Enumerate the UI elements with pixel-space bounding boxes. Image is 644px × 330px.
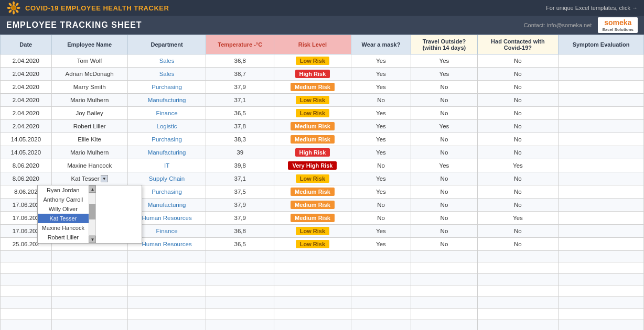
dropdown-item[interactable]: Kat Tesser xyxy=(38,214,89,223)
cell-temperature: 36,5 xyxy=(206,107,274,120)
cell-wear-mask: Yes xyxy=(351,68,411,81)
scroll-track xyxy=(89,193,96,236)
empty-cell xyxy=(411,274,478,285)
dropdown-item[interactable]: Willy Oliver xyxy=(38,204,89,214)
cell-symptom xyxy=(559,94,644,107)
empty-cell xyxy=(206,251,274,262)
cell-temperature: 37,1 xyxy=(206,172,274,185)
empty-cell xyxy=(206,285,274,297)
cell-employee-name[interactable]: Kat Tesser▼Ryan JordanAnthony CarrollWil… xyxy=(51,172,127,185)
scroll-down-button[interactable]: ▼ xyxy=(89,236,96,243)
contact-text: Contact: info@someka.net xyxy=(524,22,592,28)
cell-had-contact: No xyxy=(477,133,558,146)
empty-cell xyxy=(274,285,351,297)
cell-wear-mask: Yes xyxy=(351,107,411,120)
empty-cell xyxy=(477,285,558,297)
dropdown-cell: Kat Tesser▼ xyxy=(55,175,124,182)
cell-risk-level: Very High Risk xyxy=(274,159,351,172)
empty-cell xyxy=(274,297,351,309)
svg-point-7 xyxy=(15,3,19,7)
dropdown-scrollbar[interactable]: ▲▼ xyxy=(89,185,96,243)
cell-temperature: 36,8 xyxy=(206,225,274,238)
cell-symptom xyxy=(559,225,644,238)
department-text: IT xyxy=(164,162,169,169)
cell-had-contact: No xyxy=(477,81,558,94)
empty-cell xyxy=(351,274,411,285)
cell-symptom xyxy=(559,107,644,120)
empty-cell xyxy=(1,309,52,320)
sheet-title: EMPLOYEE TRACKING SHEET xyxy=(6,20,142,30)
scroll-up-button[interactable]: ▲ xyxy=(89,185,96,193)
dropdown-arrow-icon[interactable]: ▼ xyxy=(101,175,108,182)
cell-temperature: 36,5 xyxy=(206,238,274,251)
table-row: 2.04.2020Joy BaileyFinance36,5Low RiskYe… xyxy=(1,107,644,120)
cell-symptom xyxy=(559,81,644,94)
empty-cell xyxy=(274,262,351,274)
cell-date: 2.04.2020 xyxy=(1,81,52,94)
cell-travel-outside: No xyxy=(411,133,478,146)
risk-badge: Medium Risk xyxy=(291,214,335,222)
empty-cell xyxy=(351,285,411,297)
department-text: Purchasing xyxy=(152,84,182,90)
empty-row xyxy=(1,251,644,262)
cell-wear-mask: Yes xyxy=(351,146,411,159)
cell-had-contact: No xyxy=(477,54,558,68)
empty-cell xyxy=(206,309,274,320)
empty-row xyxy=(1,309,644,320)
cell-wear-mask: No xyxy=(351,159,411,172)
empty-row xyxy=(1,320,644,331)
empty-row xyxy=(1,297,644,309)
cell-date: 8.06.2020 xyxy=(1,172,52,185)
scroll-thumb[interactable] xyxy=(89,204,95,219)
empty-cell xyxy=(477,262,558,274)
empty-cell xyxy=(351,297,411,309)
empty-cell xyxy=(411,285,478,297)
empty-cell xyxy=(51,274,127,285)
cell-department: Manufacturing xyxy=(127,94,206,107)
risk-badge: Medium Risk xyxy=(291,201,335,209)
svg-point-5 xyxy=(8,3,13,7)
cell-had-contact: No xyxy=(477,68,558,81)
table-row: 14.05.2020Mario MulhernManufacturing39Hi… xyxy=(1,146,644,159)
dropdown-item[interactable]: Ryan Jordan xyxy=(38,185,89,195)
empty-cell xyxy=(274,274,351,285)
header-right-group: Contact: info@someka.net someka Excel So… xyxy=(524,17,638,33)
empty-cell xyxy=(559,274,644,285)
cell-had-contact: Yes xyxy=(477,159,558,172)
empty-cell xyxy=(1,251,52,262)
empty-cell xyxy=(51,285,127,297)
cell-had-contact: No xyxy=(477,120,558,133)
cell-travel-outside: No xyxy=(411,225,478,238)
dropdown-item[interactable]: Maxine Hancock xyxy=(38,223,89,233)
cell-risk-level: Medium Risk xyxy=(274,212,351,225)
department-text: Manufacturing xyxy=(148,97,186,103)
promo-label: For unique Excel templates, click → xyxy=(546,5,638,11)
cell-risk-level: Low Risk xyxy=(274,54,351,68)
empty-cell xyxy=(127,285,206,297)
table-row: 2.04.2020Marry SmithPurchasing37,9Medium… xyxy=(1,81,644,94)
empty-cell xyxy=(411,320,478,331)
dropdown-item[interactable]: Robert Liller xyxy=(38,233,89,242)
empty-cell xyxy=(559,285,644,297)
cell-employee-name: Mario Mulhern xyxy=(51,94,127,107)
svg-point-3 xyxy=(7,7,11,9)
dropdown-item[interactable]: Ellie Kite xyxy=(38,242,89,243)
department-text: Logistic xyxy=(157,123,177,129)
app-title: COVID-19 EMPLOYEE HEALTH TRACKER xyxy=(25,4,169,12)
cell-temperature: 37,9 xyxy=(206,212,274,225)
empty-cell xyxy=(274,320,351,331)
cell-temperature: 37,5 xyxy=(206,185,274,199)
empty-cell xyxy=(206,274,274,285)
empty-cell xyxy=(127,274,206,285)
svg-point-6 xyxy=(15,9,19,14)
dropdown-item[interactable]: Anthony Carroll xyxy=(38,195,89,204)
cell-temperature: 37,1 xyxy=(206,94,274,107)
cell-symptom xyxy=(559,238,644,251)
cell-employee-name: Adrian McDonagh xyxy=(51,68,127,81)
cell-travel-outside: No xyxy=(411,172,478,185)
brand-sub: Excel Solutions xyxy=(602,27,634,32)
empty-cell xyxy=(127,320,206,331)
empty-cell xyxy=(351,320,411,331)
empty-cell xyxy=(1,274,52,285)
empty-cell xyxy=(477,320,558,331)
